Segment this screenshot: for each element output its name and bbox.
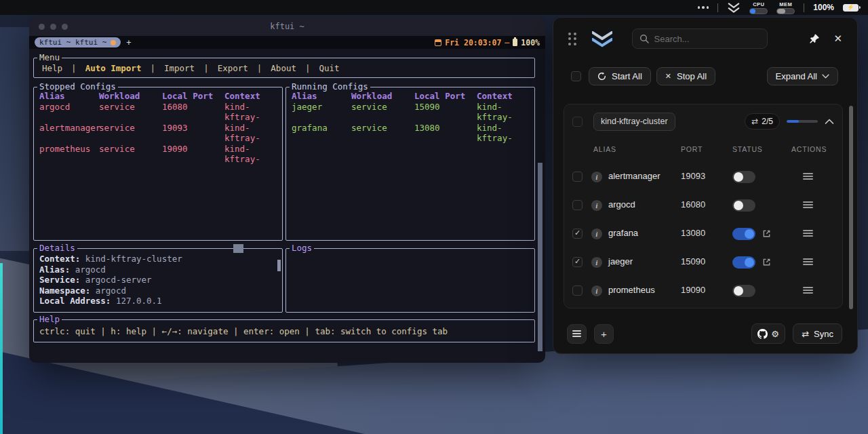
alias-label: alertmanager	[608, 171, 660, 181]
cluster-name-tag[interactable]: kind-kftray-cluster	[593, 113, 675, 131]
row-actions-menu-icon[interactable]	[803, 201, 813, 208]
collapse-chevron-up-icon[interactable]	[825, 119, 834, 125]
stopped-config-row[interactable]: alertmanager service 19093 kind-kftray-	[39, 123, 282, 144]
start-all-label: Start All	[612, 71, 642, 81]
github-settings-button[interactable]: ⚙	[751, 323, 785, 344]
drag-handle-icon[interactable]	[568, 33, 576, 45]
terminal-tab[interactable]: kftui ~ kftui ~	[35, 37, 121, 47]
cluster-checkbox[interactable]	[572, 117, 583, 127]
start-all-button[interactable]: Start All	[589, 67, 651, 85]
search-input[interactable]	[654, 34, 749, 44]
col-header-context: Context	[477, 91, 534, 102]
info-icon[interactable]: i	[591, 285, 602, 296]
system-menubar: CPU MEM 100% ⚡	[0, 0, 868, 15]
running-configs-panel[interactable]: Running Configs Alias Workload Local Por…	[285, 87, 535, 241]
external-link-icon[interactable]	[762, 258, 771, 267]
search-box[interactable]	[632, 28, 768, 49]
col-header-workload: Workload	[351, 91, 414, 102]
status-toggle[interactable]	[732, 199, 755, 212]
chevron-down-icon	[822, 74, 829, 79]
status-toggle[interactable]	[732, 171, 755, 183]
menu-item-import[interactable]: Import	[164, 63, 195, 73]
menu-item-export[interactable]: Export	[218, 63, 248, 73]
stop-all-button[interactable]: ✕ Stop All	[656, 67, 715, 85]
info-icon[interactable]: i	[591, 200, 602, 211]
row-actions-menu-icon[interactable]	[803, 173, 813, 180]
select-all-checkbox[interactable]	[571, 71, 581, 81]
add-config-button[interactable]: ✕+	[594, 324, 614, 344]
stopped-configs-panel[interactable]: Stopped Configs Alias Workload Local Por…	[33, 87, 283, 241]
cpu-indicator[interactable]: CPU	[749, 1, 768, 14]
port-forward-row: i alertmanager 19093	[564, 163, 842, 191]
menubar-divider	[717, 3, 718, 12]
github-icon	[757, 329, 768, 339]
menu-item-auto-import[interactable]: Auto Import	[85, 63, 142, 73]
window-scrollbar[interactable]	[849, 106, 853, 309]
terminal-window: kftui ~ kftui ~ kftui ~ + Fri 20:03:07 ─…	[29, 17, 545, 363]
detail-line: Service: argocd-server	[39, 275, 282, 285]
kftray-tray-icon[interactable]	[727, 2, 741, 14]
scroll-indicator[interactable]	[233, 244, 243, 253]
status-toggle[interactable]	[732, 228, 755, 240]
col-header-context: Context	[224, 91, 282, 102]
main-menu-button[interactable]	[567, 324, 587, 344]
kftui-app: Menu Help | Auto Import | Import | Expor…	[29, 49, 545, 363]
new-tab-button[interactable]: +	[126, 38, 131, 47]
running-config-row[interactable]: jaeger service 15090 kind-kftray-	[292, 102, 534, 123]
row-actions-menu-icon[interactable]	[803, 287, 813, 294]
terminal-scrollbar[interactable]	[538, 163, 542, 351]
help-panel-title: Help	[37, 315, 62, 324]
external-link-icon[interactable]	[762, 229, 771, 238]
toggle-knob	[734, 286, 743, 296]
port-forward-row: i argocd 16080	[564, 191, 842, 220]
cpu-meter	[749, 8, 768, 14]
kftray-window: ✕ Start All ✕ Stop All Expand All kind-k…	[553, 17, 858, 354]
stop-x-icon: ✕	[665, 72, 671, 81]
menu-separator: |	[203, 63, 209, 73]
row-checkbox[interactable]	[572, 200, 583, 210]
details-scrollbar[interactable]	[277, 260, 281, 271]
expand-all-dropdown[interactable]: Expand All	[767, 67, 838, 85]
row-checkbox[interactable]	[572, 257, 583, 267]
toggle-knob	[745, 229, 754, 239]
more-options-icon[interactable]	[698, 6, 709, 9]
status-toggle[interactable]	[732, 285, 755, 297]
running-count: 2/5	[762, 117, 773, 126]
row-checkbox[interactable]	[572, 229, 583, 239]
col-header-alias: ALIAS	[593, 145, 616, 153]
detail-line: Namespace: argocd	[39, 285, 282, 296]
cluster-progress-fill	[787, 120, 799, 123]
alias-label: grafana	[608, 228, 638, 238]
sync-button[interactable]: ⇄ Sync	[793, 323, 842, 344]
mem-indicator[interactable]: MEM	[776, 1, 795, 14]
logs-panel-title: Logs	[290, 243, 314, 253]
row-checkbox[interactable]	[572, 172, 583, 182]
tui-menu-panel: Menu Help | Auto Import | Import | Expor…	[33, 58, 535, 78]
logs-panel: Logs	[285, 248, 535, 313]
stopped-config-row[interactable]: prometheus service 19090 kind-kftray-	[39, 144, 282, 165]
stopped-config-row[interactable]: argocd service 16080 kind-kftray-	[39, 102, 282, 123]
toggle-knob	[734, 172, 743, 182]
menu-item-about[interactable]: About	[271, 63, 296, 73]
start-refresh-icon	[597, 72, 606, 81]
pin-icon[interactable]	[809, 33, 820, 44]
row-actions-menu-icon[interactable]	[803, 258, 813, 265]
info-icon[interactable]: i	[591, 229, 602, 239]
col-header-actions: ACTIONS	[791, 145, 827, 153]
menu-item-help[interactable]: Help	[42, 63, 62, 73]
info-icon[interactable]: i	[591, 172, 602, 182]
info-icon[interactable]: i	[591, 257, 602, 268]
battery-icon[interactable]: ⚡	[843, 4, 859, 12]
menu-item-quit[interactable]: Quit	[319, 63, 340, 73]
status-toggle[interactable]	[732, 256, 755, 269]
bulk-actions-row: Start All ✕ Stop All Expand All	[553, 65, 857, 87]
row-checkbox[interactable]	[572, 285, 583, 296]
running-config-row[interactable]: grafana service 13080 kind-kftray-	[292, 123, 534, 144]
menu-separator: |	[305, 63, 311, 73]
row-actions-menu-icon[interactable]	[803, 230, 813, 237]
cluster-group-row[interactable]: kind-kftray-cluster ⇄ 2/5	[564, 104, 842, 138]
terminal-titlebar[interactable]: kftui ~	[29, 17, 545, 36]
kftray-footer: ✕+ ⚙ ⇄ Sync	[553, 323, 857, 344]
col-header-local-port: Local Port	[162, 91, 224, 102]
close-icon[interactable]: ✕	[833, 33, 842, 45]
